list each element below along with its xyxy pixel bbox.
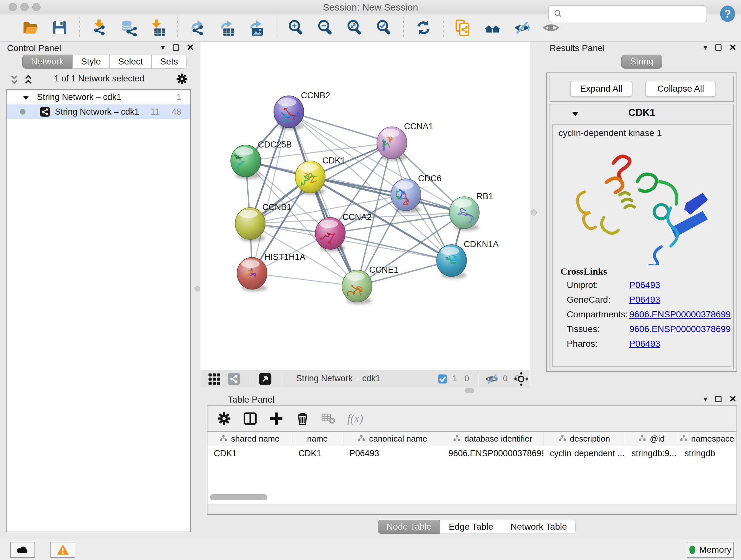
panel-collapse-icon[interactable]: ▾ — [703, 395, 707, 403]
table-cell[interactable]: stringdb:9... — [625, 446, 678, 461]
column-header-shared-name[interactable]: shared name — [207, 432, 292, 446]
gene-entry-header[interactable]: CDK1 — [550, 105, 733, 122]
share-tile-icon — [227, 372, 241, 386]
column-header-@id[interactable]: @id — [625, 432, 678, 446]
column-header-database-identifier[interactable]: database identifier — [442, 432, 543, 446]
help-button[interactable]: ? — [719, 5, 737, 23]
zoom-in-button[interactable] — [286, 18, 306, 38]
cloud-status-button[interactable] — [10, 542, 35, 558]
zoom-selected-button[interactable] — [374, 18, 394, 38]
tab-network[interactable]: Network — [22, 55, 72, 69]
node-CDKN1A[interactable]: CDKN1A — [436, 240, 499, 279]
network-from-selection-button[interactable] — [453, 18, 473, 38]
warning-status-button[interactable] — [51, 542, 75, 558]
tab-network-table[interactable]: Network Table — [502, 520, 576, 534]
node-CCNA2[interactable]: CCNA2 — [315, 212, 372, 252]
zoom-fit-button[interactable] — [345, 18, 364, 38]
divider-handle-left[interactable] — [195, 286, 200, 292]
column-header-name[interactable]: name — [292, 432, 343, 446]
table-cell[interactable]: P06493 — [343, 446, 442, 461]
panel-collapse-icon[interactable]: ▾ — [703, 43, 707, 52]
search-field[interactable] — [548, 5, 707, 22]
export-network-button[interactable] — [188, 18, 207, 38]
network-tree-root-row[interactable]: String Network – cdk1 1 — [7, 90, 190, 105]
expand-collapse-box: Expand All Collapse All — [549, 76, 734, 102]
divider-handle[interactable] — [531, 209, 537, 215]
column-header-canonical-name[interactable]: canonical name — [343, 432, 442, 446]
tab-node-table[interactable]: Node Table — [378, 520, 440, 534]
search-input[interactable] — [566, 9, 706, 19]
tab-string[interactable]: String — [621, 55, 662, 69]
crosslink-link[interactable]: 9606.ENSP00000378699 — [629, 324, 731, 334]
node-label-CDC25B: CDC25B — [258, 140, 292, 149]
edge-HIST1H1A-CCNE1[interactable] — [252, 273, 357, 286]
node-CDC6[interactable]: CDC6 — [391, 174, 442, 213]
crosslink-link[interactable]: P06493 — [629, 339, 660, 349]
table-cell[interactable]: 9606.ENSP00000378699 — [442, 446, 543, 461]
panel-close-icon[interactable]: ✕ — [729, 395, 737, 403]
panel-close-icon[interactable]: ✕ — [729, 43, 737, 52]
fit-selection-crosshair-icon[interactable] — [514, 372, 529, 386]
edge-CCNB2-CCNA1[interactable] — [289, 112, 392, 143]
save-session-button[interactable] — [50, 18, 70, 38]
show-columns-icon[interactable] — [243, 411, 258, 426]
node-HIST1H1A[interactable]: HIST1H1A — [237, 252, 306, 292]
memory-button[interactable]: Memory — [687, 542, 734, 558]
tree-expander-icon[interactable] — [22, 94, 30, 102]
crosslink-link[interactable]: P06493 — [629, 280, 660, 290]
network-tree-item-row[interactable]: String Network – cdk1 11 48 — [7, 105, 190, 119]
node-CDC25B[interactable]: CDC25B — [231, 140, 292, 179]
expand-all-button[interactable]: Expand All — [570, 81, 632, 97]
thumbnail-grid-icon[interactable] — [207, 372, 221, 386]
panel-float-icon[interactable] — [715, 44, 722, 51]
crosslink-label: GeneCard: — [567, 295, 610, 305]
node-label-CDC6: CDC6 — [418, 174, 442, 183]
crosslink-link[interactable]: 9606.ENSP00000378699 — [629, 309, 731, 320]
open-session-button[interactable] — [20, 18, 40, 38]
collapse-all-button[interactable]: Collapse All — [645, 81, 716, 97]
refresh-view-button[interactable] — [414, 18, 433, 38]
panel-collapse-icon[interactable]: ▾ — [161, 43, 165, 52]
crosslink-link[interactable]: P06493 — [629, 295, 660, 305]
node-label-CCNA2: CCNA2 — [342, 212, 372, 222]
network-options-gear-icon[interactable] — [176, 72, 188, 85]
horizontal-scrollbar-thumb[interactable] — [210, 494, 267, 500]
horizontal-splitter-handle[interactable] — [465, 388, 474, 393]
column-header-namespace[interactable]: namespace — [678, 432, 736, 446]
export-table-button[interactable] — [217, 18, 237, 38]
tab-style[interactable]: Style — [72, 55, 110, 69]
edge-CCNA2-CDKN1A[interactable] — [330, 233, 452, 260]
zoom-out-button[interactable] — [315, 18, 335, 38]
table-cell[interactable]: CDK1 — [292, 446, 343, 461]
hidden-eye-icon[interactable] — [485, 372, 498, 386]
table-cell[interactable]: CDK1 — [207, 446, 292, 461]
network-canvas[interactable]: CCNB2 CCNA1 CDC25B CDK1 CDC6 RB1 CCNB1 C… — [200, 42, 530, 370]
column-header-description[interactable]: description — [543, 432, 625, 446]
import-database-button[interactable] — [119, 18, 138, 38]
import-network-button[interactable] — [89, 18, 109, 38]
panel-float-icon[interactable] — [715, 396, 722, 402]
network-overview-icon[interactable] — [227, 372, 241, 386]
birds-eye-view-icon[interactable] — [259, 372, 272, 386]
node-RB1[interactable]: RB1 — [449, 192, 493, 231]
panel-float-icon[interactable] — [173, 44, 179, 51]
export-image-button[interactable] — [246, 18, 266, 38]
panel-close-icon[interactable]: ✕ — [187, 43, 194, 52]
selected-checkbox-icon[interactable] — [437, 374, 448, 384]
tab-sets[interactable]: Sets — [151, 55, 187, 69]
node-label-CCNB2: CCNB2 — [301, 91, 330, 100]
tab-edge-table[interactable]: Edge Table — [440, 520, 502, 534]
tab-select[interactable]: Select — [110, 55, 151, 69]
first-neighbors-button[interactable] — [482, 18, 502, 38]
hide-selected-button[interactable] — [512, 18, 532, 38]
grid9-icon — [207, 372, 221, 386]
add-column-icon[interactable] — [269, 411, 284, 426]
delete-column-icon[interactable] — [295, 411, 310, 426]
table-row[interactable]: CDK1CDK1P064939606.ENSP00000378699cyclin… — [207, 446, 737, 461]
table-cell[interactable]: cyclin-dependent ... — [543, 446, 625, 461]
import-table-button[interactable] — [148, 18, 168, 38]
table-panel: Table Panel ▾ ✕ f(x) shared namenamecano… — [200, 393, 741, 539]
table-settings-gear-icon[interactable] — [216, 411, 232, 426]
table-cell[interactable]: stringdb — [678, 446, 736, 461]
node-CDK1[interactable]: CDK1 — [295, 156, 345, 195]
